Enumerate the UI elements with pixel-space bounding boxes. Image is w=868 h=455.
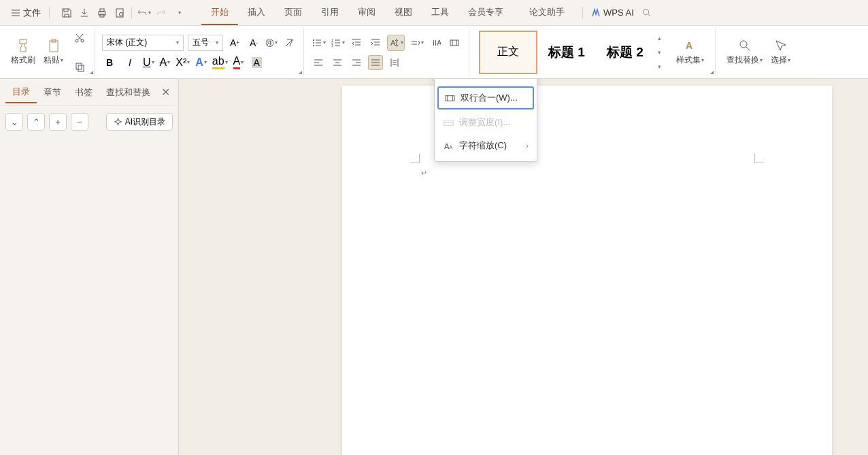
align-justify-button[interactable]	[368, 55, 383, 70]
clear-format-button[interactable]	[282, 35, 297, 50]
quick-access: ▾ ▾	[58, 4, 188, 22]
cut-button[interactable]	[71, 30, 88, 46]
number-list-button[interactable]: 123▾	[330, 35, 345, 50]
text-effects-button[interactable]: A▾	[195, 56, 207, 69]
shrink-font-button[interactable]: A-	[246, 35, 261, 50]
wpsai-label: WPS AI	[603, 7, 634, 18]
panel-close-button[interactable]: ✕	[158, 83, 173, 101]
page[interactable]: ↵	[342, 86, 832, 455]
vertical-text-button[interactable]: IIA	[428, 35, 443, 50]
find-replace-button[interactable]: 查找替换▾	[722, 35, 767, 69]
svg-text:3: 3	[331, 44, 333, 48]
bold-button[interactable]: B	[102, 55, 117, 70]
panel-tab-toc[interactable]: 目录	[5, 82, 37, 103]
char-layout-button[interactable]: A▾	[387, 35, 405, 51]
panel-tab-chapters[interactable]: 章节	[37, 82, 68, 103]
select-button[interactable]: 选择▾	[767, 35, 795, 69]
group-expand[interactable]	[90, 71, 93, 74]
fit-text-button[interactable]	[447, 35, 462, 50]
style-down-button[interactable]: ▾	[654, 45, 664, 59]
increase-indent-button[interactable]	[368, 35, 383, 50]
tab-reference[interactable]: 引用	[312, 0, 348, 25]
decrease-indent-button[interactable]	[349, 35, 364, 50]
bullet-list-button[interactable]: ▾	[311, 35, 326, 50]
highlight-button[interactable]: ab▾	[212, 55, 228, 69]
ai-toc-button[interactable]: AI识别目录	[106, 113, 173, 131]
group-expand[interactable]	[710, 71, 714, 74]
add-button[interactable]: +	[49, 113, 67, 131]
two-in-one-item[interactable]: 双行合一(W)...	[437, 86, 534, 109]
style-heading1-label: 标题 1	[548, 44, 585, 61]
ribbon-tabs: 开始 插入 页面 引用 审阅 视图 工具 会员专享 论文助手	[201, 0, 574, 25]
margin-guide	[754, 154, 764, 163]
document-area[interactable]: ↵ abcd 合并字符(M)... 双行合一(W)... 调整宽度(I)... …	[179, 79, 868, 455]
output-button[interactable]	[76, 4, 93, 22]
two-in-one-icon	[444, 92, 455, 103]
char-scale-item[interactable]: AA 字符缩放(C) ›	[435, 134, 537, 157]
copy-button[interactable]	[71, 58, 88, 75]
wpsai-button[interactable]: WPS AI	[591, 7, 634, 18]
panel-tab-bookmarks[interactable]: 书签	[68, 82, 99, 103]
chevron-down-icon: ▾	[178, 10, 181, 16]
font-color-button[interactable]: A▾	[233, 55, 244, 69]
search-button[interactable]	[638, 4, 656, 22]
strikethrough-button[interactable]: A▾	[160, 56, 171, 69]
chevron-down-icon: ▾	[167, 59, 170, 65]
align-distribute-button[interactable]	[387, 55, 402, 70]
style-up-button[interactable]: ▴	[654, 31, 664, 45]
style-heading1[interactable]: 标题 1	[537, 31, 596, 74]
font-name-select[interactable]: 宋体 (正文)▾	[102, 35, 184, 51]
svg-text:A: A	[686, 40, 692, 51]
tab-insert[interactable]: 插入	[238, 0, 275, 25]
styleset-button[interactable]: A 样式集▾	[672, 35, 708, 69]
save-button[interactable]	[58, 4, 76, 22]
tab-thesis[interactable]: 论文助手	[520, 0, 574, 25]
file-menu-button[interactable]: 文件	[5, 4, 46, 22]
align-left-button[interactable]	[311, 55, 326, 70]
adjust-width-icon	[443, 117, 454, 128]
align-right-button[interactable]	[349, 55, 364, 70]
chevron-down-icon: ▾	[204, 59, 207, 65]
text-direction-button[interactable]: ▾	[409, 35, 424, 50]
format-brush-button[interactable]: 格式刷	[7, 35, 39, 69]
svg-text:IIA: IIA	[433, 39, 441, 47]
tab-page[interactable]: 页面	[275, 0, 312, 25]
undo-button[interactable]: ▾	[135, 4, 152, 22]
superscript-button[interactable]: X²▾	[176, 56, 190, 69]
expand-down-button[interactable]: ⌄	[5, 113, 23, 131]
style-heading2[interactable]: 标题 2	[596, 31, 654, 74]
svg-point-5	[644, 9, 649, 14]
more-button[interactable]: ▾	[170, 4, 188, 22]
print-button[interactable]	[93, 4, 111, 22]
align-center-button[interactable]	[330, 55, 345, 70]
style-normal[interactable]: 正文	[479, 31, 537, 74]
remove-button[interactable]: −	[71, 113, 88, 131]
char-shading-button[interactable]: A	[249, 55, 264, 70]
svg-rect-12	[78, 65, 84, 71]
font-size-select[interactable]: 五号▾	[188, 35, 223, 51]
group-expand[interactable]	[299, 71, 302, 74]
char-layout-dropdown: abcd 合并字符(M)... 双行合一(W)... 调整宽度(I)... AA…	[434, 79, 537, 162]
collapse-up-button[interactable]: ⌃	[27, 113, 45, 131]
tab-review[interactable]: 审阅	[348, 0, 385, 25]
svg-point-14	[313, 42, 314, 44]
grow-font-button[interactable]: A+	[227, 35, 242, 50]
chevron-down-icon: ▾	[275, 39, 278, 46]
style-expand-button[interactable]: ▾	[654, 59, 664, 73]
redo-button[interactable]	[152, 4, 170, 22]
styles-group: 正文 标题 1 标题 2 ▴ ▾ ▾ A 样式集▾	[469, 29, 716, 75]
tab-tools[interactable]: 工具	[422, 0, 458, 25]
tab-view[interactable]: 视图	[385, 0, 422, 25]
phonetic-button[interactable]: ㊟▾	[265, 37, 278, 49]
font-size: 五号	[193, 37, 209, 48]
merge-chars-item[interactable]: abcd 合并字符(M)...	[435, 79, 537, 85]
paste-button[interactable]: 粘贴▾	[39, 35, 67, 69]
italic-button[interactable]: I	[122, 55, 137, 70]
panel-tab-findreplace[interactable]: 查找和替换	[99, 82, 157, 103]
chevron-down-icon: ▾	[225, 59, 228, 65]
underline-button[interactable]: U▾	[143, 56, 154, 69]
print-preview-button[interactable]	[111, 4, 129, 22]
tab-start[interactable]: 开始	[201, 0, 238, 25]
tab-member[interactable]: 会员专享	[458, 0, 513, 25]
paste-label: 粘贴	[44, 54, 60, 66]
